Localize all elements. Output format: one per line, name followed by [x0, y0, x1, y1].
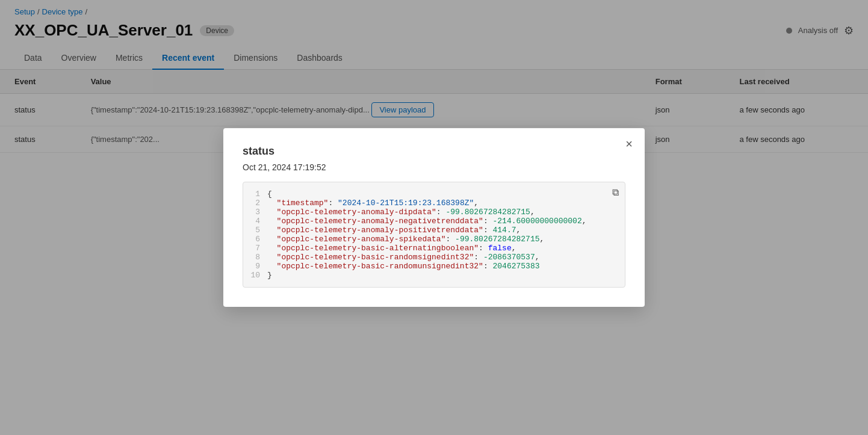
payload-modal: × status Oct 21, 2024 17:19:52 ⧉ 1 { 2 "… — [223, 128, 645, 153]
modal-overlay: × status Oct 21, 2024 17:19:52 ⧉ 1 { 2 "… — [0, 0, 868, 153]
modal-close-button[interactable]: × — [625, 138, 633, 150]
modal-title: status — [243, 145, 625, 153]
